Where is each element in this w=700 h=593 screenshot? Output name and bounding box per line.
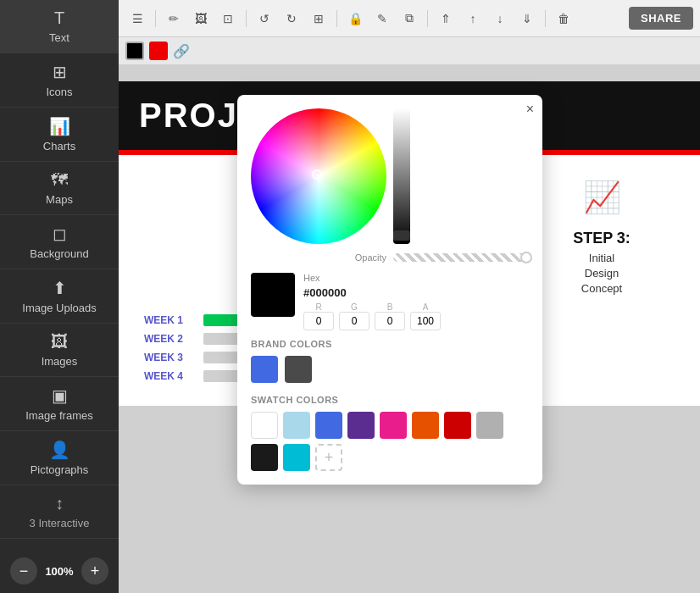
move-top-button[interactable]: ⇑ — [434, 7, 458, 30]
a-input[interactable] — [410, 312, 441, 330]
sidebar-item-pictographs[interactable]: 👤 Pictographs — [0, 431, 119, 485]
lock-button[interactable]: 🔒 — [343, 7, 367, 30]
image-uploads-icon: ⬆ — [53, 278, 67, 298]
images-icon: 🖼 — [51, 332, 68, 352]
gantt-label-week3: WEEK 3 — [144, 352, 195, 363]
image-button[interactable]: 🖼 — [189, 7, 213, 30]
sidebar-label-pictographs: Pictographs — [31, 463, 89, 476]
swatch-add-button[interactable]: + — [315, 444, 342, 471]
charts-icon: 📊 — [49, 116, 70, 136]
hex-value: #000000 — [303, 286, 441, 299]
swatch-orange[interactable] — [412, 412, 439, 439]
link-icon[interactable]: 🔗 — [173, 43, 190, 59]
swatch-purple[interactable] — [347, 412, 375, 439]
sidebar-label-icons: Icons — [46, 86, 72, 98]
r-input[interactable] — [303, 312, 334, 330]
sidebar-label-image-uploads: Image Uploads — [22, 302, 96, 314]
g-input[interactable] — [339, 312, 369, 330]
sidebar-label-text: Text — [49, 31, 69, 44]
delete-button[interactable]: 🗑 — [552, 7, 575, 30]
icons-icon: ⊞ — [53, 62, 67, 82]
share-button[interactable]: SHARE — [629, 7, 693, 30]
step-3: 📈 STEP 3: InitialDesignConcept — [551, 172, 653, 297]
brightness-handle — [393, 230, 410, 241]
move-bottom-button[interactable]: ⇓ — [515, 7, 539, 30]
step-3-desc: InitialDesignConcept — [581, 251, 622, 297]
swatch-lightblue[interactable] — [283, 412, 310, 439]
opacity-row: Opacity — [251, 252, 529, 263]
pictographs-icon: 👤 — [49, 440, 70, 460]
swatch-gray[interactable] — [476, 412, 503, 439]
sidebar-item-icons[interactable]: ⊞ Icons — [0, 53, 119, 108]
rgba-row: R G B A — [303, 302, 441, 330]
zoom-in-button[interactable]: + — [81, 557, 108, 585]
sidebar-label-interactive: 3 Interactive — [30, 517, 90, 529]
color-wheel[interactable] — [251, 108, 386, 244]
opacity-handle — [520, 252, 532, 263]
brand-swatch-2[interactable] — [285, 356, 312, 383]
sidebar-item-image-uploads[interactable]: ⬆ Image Uploads — [0, 269, 119, 324]
brand-colors-label: BRAND COLORS — [251, 339, 529, 349]
crop-button[interactable]: ⊡ — [216, 7, 240, 30]
hex-label: Hex — [303, 273, 441, 283]
brand-colors — [251, 356, 529, 383]
swatch-grid: + — [251, 412, 529, 471]
move-up-button[interactable]: ↑ — [461, 7, 485, 30]
toolbar: ☰ ✏ 🖼 ⊡ ↺ ↻ ⊞ 🔒 ✎ ⧉ ⇑ ↑ ↓ ⇓ 🗑 SHARE — [119, 0, 700, 37]
swatch-white[interactable] — [251, 412, 278, 439]
zoom-value: 100% — [45, 565, 73, 578]
r-field: R — [303, 302, 334, 330]
color-wheel-section — [251, 108, 529, 244]
brightness-slider[interactable] — [393, 108, 410, 244]
b-input[interactable] — [375, 312, 405, 330]
swatch-pink[interactable] — [380, 412, 407, 439]
swatch-black[interactable] — [251, 444, 278, 471]
sidebar-item-images[interactable]: 🖼 Images — [0, 324, 119, 377]
swatch-colors-label: SWATCH COLORS — [251, 395, 529, 405]
zoom-controls: − 100% + — [0, 549, 119, 593]
sidebar-label-image-frames: Image frames — [25, 409, 92, 422]
sidebar-item-background[interactable]: ◻ Background — [0, 215, 119, 269]
step-3-label: STEP 3: — [573, 230, 631, 247]
swatch-blue[interactable] — [315, 412, 342, 439]
edit-button[interactable]: ✏ — [162, 7, 186, 30]
opacity-label: Opacity — [251, 252, 386, 263]
swatch-cyan[interactable] — [283, 444, 310, 471]
edit2-button[interactable]: ✎ — [370, 7, 394, 30]
sidebar-item-charts[interactable]: 📊 Charts — [0, 108, 119, 162]
redo-button[interactable]: ↻ — [280, 7, 303, 30]
opacity-slider[interactable] — [393, 253, 529, 262]
text-icon: T — [54, 8, 64, 28]
hex-fields: Hex #000000 R G B — [303, 273, 441, 330]
hex-row: Hex #000000 R G B — [251, 273, 529, 330]
gantt-label-week4: WEEK 4 — [144, 370, 195, 382]
sidebar-item-interactive[interactable]: ↕ 3 Interactive — [0, 485, 119, 539]
stroke-color-swatch[interactable] — [149, 42, 168, 60]
move-down-button[interactable]: ↓ — [488, 7, 512, 30]
swatch-red[interactable] — [444, 412, 471, 439]
undo-button[interactable]: ↺ — [253, 7, 276, 30]
fill-color-swatch[interactable] — [125, 42, 144, 60]
sidebar-item-text[interactable]: T Text — [0, 0, 119, 53]
resize-button[interactable]: ⊞ — [307, 7, 331, 30]
picker-close-button[interactable]: × — [526, 102, 534, 117]
g-field: G — [339, 302, 369, 330]
gantt-label-week1: WEEK 1 — [144, 314, 195, 326]
sidebar-label-background: Background — [30, 247, 88, 260]
sidebar-item-maps[interactable]: 🗺 Maps — [0, 162, 119, 215]
sidebar-item-image-frames[interactable]: ▣ Image frames — [0, 377, 119, 431]
copy-button[interactable]: ⧉ — [397, 7, 421, 30]
color-picker-popup: × Opacity Hex #000000 — [237, 95, 542, 485]
zoom-out-button[interactable]: − — [10, 557, 37, 585]
separator-1 — [155, 10, 156, 27]
sidebar: T Text ⊞ Icons 📊 Charts 🗺 Maps ◻ Backgro… — [0, 0, 119, 593]
step-3-icon: 📈 — [576, 172, 627, 223]
color-preview-box — [251, 273, 295, 317]
interactive-icon: ↕ — [55, 494, 64, 513]
sidebar-label-maps: Maps — [46, 193, 73, 206]
menu-button[interactable]: ☰ — [125, 7, 149, 30]
brand-swatch-1[interactable] — [251, 356, 278, 383]
background-icon: ◻ — [53, 224, 67, 244]
canvas-area[interactable]: × Opacity Hex #000000 — [119, 64, 700, 593]
main-area: ☰ ✏ 🖼 ⊡ ↺ ↻ ⊞ 🔒 ✎ ⧉ ⇑ ↑ ↓ ⇓ 🗑 SHARE 🔗 × — [119, 0, 700, 593]
